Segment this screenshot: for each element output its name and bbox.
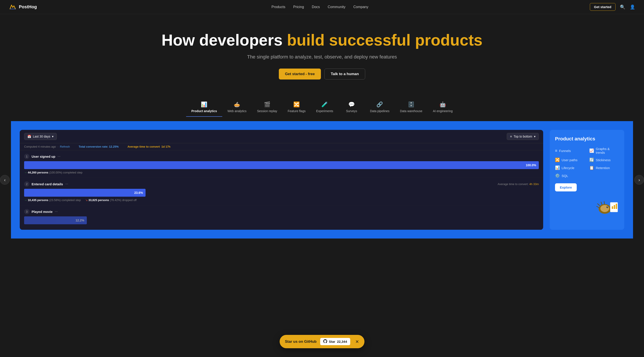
sql-icon: ⚙️	[555, 173, 560, 178]
nav-actions: Get started 🔍 👤	[590, 3, 635, 11]
funnel-step-1: 1 User signed up ··· 100.0% → 44,260 per…	[20, 150, 543, 178]
hero-headline-white: How developers	[162, 31, 282, 49]
svg-rect-13	[616, 204, 617, 209]
hero-headline: How developers build successful products	[9, 31, 635, 49]
feature-stickiness[interactable]: 🔄 Stickiness	[589, 157, 619, 162]
step-stats-2: → 10,435 persons (23.58%) completed step…	[24, 198, 539, 202]
funnel-step-3-header: 3 Played movie ···	[24, 209, 539, 214]
tab-label-feature-flags: Feature flags	[288, 109, 306, 113]
tab-label-data-warehouse: Data warehouse	[400, 109, 422, 113]
funnels-label: Funnels	[559, 149, 571, 153]
tab-label-session-replay: Session replay	[257, 109, 277, 113]
feature-user-paths[interactable]: 🔀 User paths	[555, 157, 585, 162]
calendar-icon: 📅	[28, 135, 31, 138]
svg-rect-12	[614, 205, 615, 209]
stickiness-icon: 🔄	[589, 157, 594, 162]
tab-session-replay[interactable]: 🎬 Session replay	[252, 99, 282, 117]
svg-line-7	[601, 202, 602, 205]
hero-buttons: Get started - free Talk to a human	[9, 68, 635, 79]
carousel-prev-button[interactable]: ‹	[0, 175, 10, 185]
tab-feature-flags[interactable]: 🔀 Feature flags	[282, 99, 311, 117]
step-dropped-2: ↘ 33,825 persons (76.42%) dropped off	[85, 198, 136, 202]
tab-icon-product-analytics: 📊	[201, 101, 207, 107]
step-completed-1: → 44,260 persons (100.00%) completed ste…	[24, 171, 82, 174]
step-number-3: 3	[24, 209, 29, 214]
svg-rect-11	[612, 206, 613, 209]
tab-experiments[interactable]: 🧪 Experiments	[311, 99, 338, 117]
tab-label-experiments: Experiments	[316, 109, 333, 113]
step-title-1: User signed up	[32, 155, 55, 158]
tab-label-surveys: Surveys	[346, 109, 357, 113]
nav-link-company[interactable]: Company	[353, 5, 368, 9]
explore-button[interactable]: Explore	[555, 183, 577, 191]
tab-surveys[interactable]: 💬 Surveys	[338, 99, 365, 117]
sql-label: SQL	[562, 174, 568, 178]
tab-icon-ai-engineering: 🤖	[440, 101, 446, 107]
nav-link-pricing[interactable]: Pricing	[293, 5, 304, 9]
get-started-free-button[interactable]: Get started - free	[279, 68, 321, 79]
tab-data-pipelines[interactable]: 🔗 Data pipelines	[365, 99, 395, 117]
graphs-trends-icon: 📈	[589, 148, 594, 153]
tab-product-analytics[interactable]: 📊 Product analytics	[186, 99, 222, 117]
date-filter-button[interactable]: 📅 Last 30 days ▾	[24, 133, 57, 140]
user-button[interactable]: 👤	[630, 4, 635, 10]
step-stats-1: → 44,260 persons (100.00%) completed ste…	[24, 171, 539, 174]
tab-label-ai-engineering: AI engineering	[433, 109, 453, 113]
nav-get-started-button[interactable]: Get started	[590, 3, 616, 11]
step-avg-time-2: Average time to convert: 4h 33m	[498, 182, 539, 186]
svg-point-2	[600, 205, 609, 212]
funnel-bar-fill-1: 100.0%	[24, 161, 539, 169]
step-number-2: 2	[24, 181, 29, 187]
funnel-demo-panel: 📅 Last 30 days ▾ ≡ Top to bottom ▾ Compu…	[20, 130, 543, 230]
carousel-next-button[interactable]: ›	[634, 175, 644, 185]
nav-link-community[interactable]: Community	[328, 5, 346, 9]
retention-label: Retention	[596, 166, 610, 170]
feature-graphs-trends[interactable]: 📈 Graphs & trends	[589, 147, 619, 154]
tab-icon-feature-flags: 🔀	[293, 101, 300, 107]
feature-lifecycle[interactable]: 📊 Lifecycle	[555, 165, 585, 170]
tab-label-web-analytics: Web analytics	[228, 109, 246, 113]
date-filter-label: Last 30 days	[33, 135, 50, 138]
talk-to-human-button[interactable]: Talk to a human	[324, 68, 365, 79]
step-title-2: Entered card details	[32, 182, 63, 186]
avg-time: Average time to convert 1d 17h	[127, 145, 170, 148]
panel-features: ≡ Funnels 📈 Graphs & trends 🔀 User paths…	[555, 147, 619, 178]
tab-web-analytics[interactable]: 🥧 Web analytics	[222, 99, 252, 117]
tab-label-data-pipelines: Data pipelines	[370, 109, 390, 113]
nav-link-docs[interactable]: Docs	[312, 5, 320, 9]
feature-sql[interactable]: ⚙️ SQL	[555, 173, 585, 178]
feature-retention[interactable]: 📋 Retention	[589, 165, 619, 170]
panel-title: Product analytics	[555, 136, 619, 142]
tab-ai-engineering[interactable]: 🤖 AI engineering	[428, 99, 458, 117]
tab-icon-session-replay: 🎬	[264, 101, 270, 107]
funnel-step-1-header: 1 User signed up ···	[24, 154, 539, 159]
sort-icon: ≡	[510, 135, 512, 138]
feature-funnels[interactable]: ≡ Funnels	[555, 147, 585, 154]
nav-logo-text: PostHog	[19, 4, 37, 9]
tab-icon-data-warehouse: 🗄️	[408, 101, 414, 107]
lifecycle-label: Lifecycle	[562, 166, 574, 170]
svg-point-4	[608, 207, 608, 207]
sort-label: Top to bottom	[514, 135, 532, 138]
funnel-bar-1: 100.0%	[24, 161, 539, 169]
search-button[interactable]: 🔍	[620, 4, 625, 10]
demo-section: 📅 Last 30 days ▾ ≡ Top to bottom ▾ Compu…	[11, 121, 633, 239]
sort-chevron-icon: ▾	[534, 135, 536, 138]
step-dots-1: ···	[58, 154, 60, 158]
funnels-icon: ≡	[555, 148, 558, 153]
nav-logo[interactable]: PostHog	[9, 3, 37, 11]
demo-toolbar: 📅 Last 30 days ▾ ≡ Top to bottom ▾	[20, 130, 543, 143]
refresh-button[interactable]: Refresh	[60, 145, 70, 148]
nav-link-products[interactable]: Products	[272, 5, 286, 9]
graphs-trends-label: Graphs & trends	[596, 147, 619, 154]
tab-icon-web-analytics: 🥧	[234, 101, 240, 107]
funnel-step-2-header: 2 Entered card details ··· Average time …	[24, 181, 539, 187]
sort-button[interactable]: ≡ Top to bottom ▾	[507, 133, 539, 140]
stickiness-label: Stickiness	[596, 158, 611, 162]
chevron-down-icon: ▾	[52, 135, 54, 138]
funnel-bar-fill-3: 12.2%	[24, 216, 87, 224]
product-tabs: 📊 Product analytics 🥧 Web analytics 🎬 Se…	[0, 93, 644, 117]
funnel-bar-3: 12.2%	[24, 216, 539, 224]
tab-data-warehouse[interactable]: 🗄️ Data warehouse	[395, 99, 428, 117]
funnel-step-2: 2 Entered card details ··· Average time …	[20, 178, 543, 205]
